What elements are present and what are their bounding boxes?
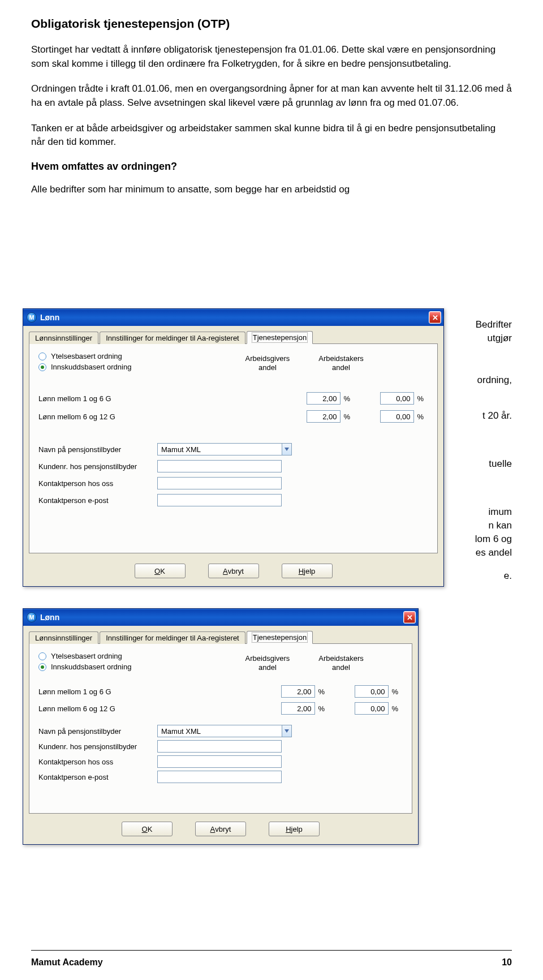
input-contact[interactable]	[157, 477, 282, 489]
footer-divider	[31, 950, 512, 951]
input-employer-6-12g[interactable]	[281, 702, 315, 715]
input-provider[interactable]	[157, 443, 282, 455]
colhead-arbeidstaker: Arbeidstakersandel	[304, 354, 378, 372]
input-worker-1-6g[interactable]	[355, 685, 389, 698]
dialog-client: Lønnsinnstillinger Innstillinger for mel…	[23, 626, 418, 844]
input-worker-1-6g[interactable]	[380, 392, 414, 405]
label-customer-no: Kundenr. hos pensjonstilbyder	[38, 742, 157, 751]
row-label: Lønn mellom 6 og 12 G	[38, 704, 152, 713]
bg-text-5a: imum	[488, 505, 512, 519]
page-title: Obligatorisk tjenestepensjon (OTP)	[31, 17, 512, 31]
window-title: Lønn	[40, 613, 403, 622]
input-email[interactable]	[157, 494, 282, 506]
radio-label: Innskuddsbasert ordning	[51, 663, 131, 671]
bg-text-3: t 20 år.	[482, 409, 512, 423]
ok-button[interactable]: OK	[135, 564, 186, 578]
tab-bar: Lønnsinnstillinger Innstillinger for mel…	[29, 630, 412, 644]
pct-label: %	[391, 687, 398, 696]
radio-icon	[38, 652, 46, 660]
combo-provider[interactable]	[157, 725, 292, 737]
tab-lonnsinnstillinger[interactable]: Lønnsinnstillinger	[29, 332, 98, 344]
cancel-button[interactable]: Avbryt	[195, 822, 246, 836]
input-employer-1-6g[interactable]	[281, 685, 315, 698]
pct-label: %	[318, 704, 325, 713]
tab-bar: Lønnsinnstillinger Innstillinger for mel…	[29, 330, 438, 344]
pct-label: %	[391, 704, 398, 713]
button-bar: OK Avbryt Hjelp	[29, 564, 438, 578]
chevron-down-icon	[285, 729, 289, 733]
close-button[interactable]: ✕	[429, 311, 441, 324]
tab-tjenestepensjon-label: Tjenestepensjon	[253, 333, 307, 342]
row-6-12g: Lønn mellom 6 og 12 G % %	[38, 410, 428, 423]
label-contact: Kontaktperson hos oss	[38, 758, 157, 766]
pct-label: %	[417, 412, 424, 421]
input-contact[interactable]	[157, 755, 282, 768]
input-worker-6-12g[interactable]	[355, 702, 389, 715]
tab-tjenestepensjon[interactable]: Tjenestepensjon	[247, 631, 313, 644]
column-headers: Arbeidsgiversandel Arbeidstakersandel	[231, 354, 428, 372]
radio-label: Innskuddsbasert ordning	[51, 363, 131, 371]
colhead-arbeidsgiver: Arbeidsgiversandel	[231, 354, 304, 372]
combo-provider[interactable]	[157, 443, 292, 455]
label-contact: Kontaktperson hos oss	[38, 479, 157, 488]
app-icon: M	[27, 312, 37, 323]
row-1-6g: Lønn mellom 1 og 6 G % %	[38, 392, 428, 405]
input-email[interactable]	[157, 771, 282, 783]
tab-tjenestepensjon-label: Tjenestepensjon	[253, 633, 307, 642]
tab-lonnsinnstillinger[interactable]: Lønnsinnstillinger	[29, 631, 98, 644]
close-icon: ✕	[407, 613, 413, 622]
bg-text-5b: n kan	[488, 519, 512, 533]
bg-text-6: e.	[504, 569, 512, 583]
bg-text-5c: lom 6 og	[475, 532, 512, 547]
paragraph-1: Stortinget har vedtatt å innføre obligat…	[31, 43, 512, 71]
colhead-arbeidstaker: Arbeidstakersandel	[304, 654, 378, 672]
input-customer-no[interactable]	[157, 740, 282, 753]
pct-label: %	[343, 394, 350, 403]
pct-label: %	[417, 394, 424, 403]
help-button[interactable]: Hjelp	[269, 822, 320, 836]
radio-icon-selected	[38, 663, 46, 671]
row-1-6g: Lønn mellom 1 og 6 G % %	[38, 685, 403, 698]
label-email: Kontaktperson e-post	[38, 496, 157, 505]
pct-label: %	[318, 687, 325, 696]
tab-aa-register[interactable]: Innstillinger for meldinger til Aa-regis…	[100, 332, 245, 344]
combo-dropdown-button[interactable]	[282, 725, 292, 737]
radio-icon	[38, 353, 46, 360]
input-employer-6-12g[interactable]	[307, 410, 341, 423]
tab-aa-register[interactable]: Innstillinger for meldinger til Aa-regis…	[100, 631, 245, 644]
help-button[interactable]: Hjelp	[282, 564, 333, 578]
input-worker-6-12g[interactable]	[380, 410, 414, 423]
input-customer-no[interactable]	[157, 460, 282, 472]
titlebar[interactable]: M Lønn ✕	[23, 609, 418, 626]
chevron-down-icon	[285, 448, 289, 451]
titlebar[interactable]: M Lønn ✕	[23, 309, 443, 326]
label-email: Kontaktperson e-post	[38, 773, 157, 781]
close-button[interactable]: ✕	[403, 611, 416, 624]
ok-button[interactable]: OK	[122, 822, 173, 836]
footer-page-number: 10	[502, 957, 512, 968]
close-icon: ✕	[432, 313, 438, 322]
pct-label: %	[343, 412, 350, 421]
combo-dropdown-button[interactable]	[282, 443, 292, 455]
paragraph-3: Tanken er at både arbeidsgiver og arbeid…	[31, 122, 512, 149]
label-provider: Navn på pensjonstilbyder	[38, 727, 157, 736]
dialog-lonn-2: M Lønn ✕ Lønnsinnstillinger Innstillinge…	[23, 608, 419, 845]
paragraph-2: Ordningen trådte i kraft 01.01.06, men e…	[31, 82, 512, 110]
bg-text-5d: es andel	[476, 546, 512, 560]
radio-icon-selected	[38, 363, 46, 371]
colhead-arbeidsgiver: Arbeidsgiversandel	[231, 654, 304, 672]
button-bar: OK Avbryt Hjelp	[29, 822, 412, 836]
bg-text-4: tuelle	[489, 457, 512, 471]
cancel-button[interactable]: Avbryt	[208, 564, 259, 578]
app-icon: M	[27, 612, 37, 622]
row-label: Lønn mellom 1 og 6 G	[38, 687, 152, 696]
row-label: Lønn mellom 6 og 12 G	[38, 412, 152, 421]
radio-label: Ytelsesbasert ordning	[51, 352, 122, 360]
dialog-lonn-1: M Lønn ✕ Lønnsinnstillinger Innstillinge…	[23, 308, 444, 587]
tab-tjenestepensjon[interactable]: Tjenestepensjon	[247, 331, 313, 344]
input-employer-1-6g[interactable]	[307, 392, 341, 405]
subheading-hvem: Hvem omfattes av ordningen?	[31, 161, 512, 173]
footer-left: Mamut Academy	[31, 957, 103, 968]
input-provider[interactable]	[157, 725, 282, 737]
row-label: Lønn mellom 1 og 6 G	[38, 394, 152, 403]
